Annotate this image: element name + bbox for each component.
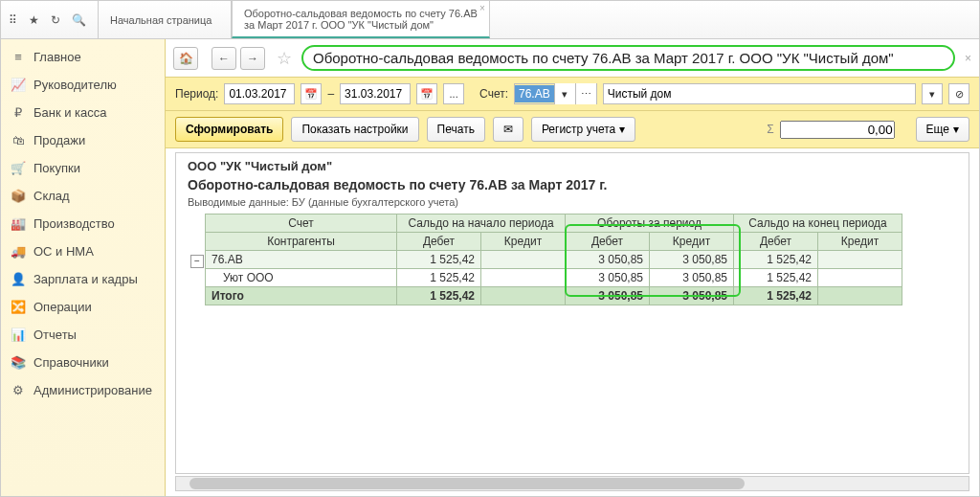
sidebar-item-label: ОС и НМА	[33, 244, 94, 259]
col-sub: Контрагенты	[206, 233, 397, 251]
register-button[interactable]: Регистр учета ▾	[531, 117, 635, 142]
sidebar: ≡Главное 📈Руководителю ₽Банк и касса 🛍Пр…	[1, 39, 166, 497]
report-table: Счет Сальдо на начало периода Обороты за…	[205, 214, 902, 305]
cell: 1 525,42	[734, 287, 818, 305]
sidebar-item-reports[interactable]: 📊Отчеты	[1, 321, 165, 349]
history-icon[interactable]: ↻	[51, 13, 60, 27]
org-clear-button[interactable]: ⊘	[948, 83, 969, 104]
sidebar-item-label: Справочники	[33, 355, 109, 370]
sidebar-item-label: Отчеты	[33, 328, 77, 342]
cell: 3 050,85	[566, 269, 650, 287]
sidebar-item-sales[interactable]: 🛍Продажи	[1, 126, 165, 154]
report-org: ООО "УК "Чистый дом"	[180, 157, 969, 175]
back-button[interactable]: ←	[212, 47, 236, 70]
col-credit: Кредит	[650, 233, 734, 251]
print-button[interactable]: Печать	[427, 117, 485, 142]
sidebar-item-purchases[interactable]: 🛒Покупки	[1, 154, 165, 182]
cell: 1 525,42	[734, 269, 818, 287]
close-icon[interactable]: ×	[479, 3, 485, 13]
tab-label-line1: Оборотно-сальдовая ведомость по счету 76…	[244, 8, 478, 19]
sidebar-item-label: Производство	[33, 216, 115, 231]
calendar-from-button[interactable]: 📅	[301, 83, 322, 104]
more-button[interactable]: Еще ▾	[916, 117, 969, 142]
report-title: Оборотно-сальдовая ведомость по счету 76…	[180, 175, 969, 194]
gear-icon: ⚙	[11, 383, 26, 397]
sidebar-item-label: Зарплата и кадры	[33, 272, 138, 286]
show-settings-button[interactable]: Показать настройки	[291, 117, 418, 142]
email-button[interactable]: ✉	[493, 117, 523, 142]
cell	[818, 287, 902, 305]
generate-button[interactable]: Сформировать	[175, 117, 283, 142]
sidebar-item-manager[interactable]: 📈Руководителю	[1, 71, 165, 99]
cell	[481, 251, 566, 269]
truck-icon: 🚚	[11, 244, 26, 259]
forward-button[interactable]: →	[240, 47, 265, 70]
sidebar-item-payroll[interactable]: 👤Зарплата и кадры	[1, 265, 165, 293]
box-icon: 📦	[11, 189, 26, 203]
cell: 1 525,42	[734, 251, 818, 269]
close-icon[interactable]: ×	[965, 52, 971, 65]
sum-input[interactable]	[780, 121, 895, 139]
col-turn: Обороты за период	[566, 215, 734, 233]
calendar-to-button[interactable]: 📅	[416, 83, 437, 104]
table-row[interactable]: Уют ООО 1 525,42 3 050,85 3 050,85 1 525…	[206, 269, 902, 287]
factory-icon: 🏭	[11, 216, 26, 231]
search-icon[interactable]: 🔍	[72, 13, 86, 27]
sidebar-item-label: Склад	[33, 189, 70, 203]
tab-home[interactable]: Начальная страница	[98, 1, 232, 38]
bag-icon: 🛍	[11, 133, 26, 147]
sidebar-item-assets[interactable]: 🚚ОС и НМА	[1, 237, 165, 265]
cell: 1 525,42	[397, 269, 481, 287]
tab-report[interactable]: Оборотно-сальдовая ведомость по счету 76…	[232, 1, 490, 38]
sidebar-item-operations[interactable]: 🔀Операции	[1, 293, 165, 321]
scrollbar-thumb[interactable]	[189, 478, 745, 489]
chart-icon: 📈	[11, 78, 26, 92]
ruble-icon: ₽	[11, 105, 26, 120]
col-debit: Дебет	[734, 233, 818, 251]
col-debit: Дебет	[397, 233, 481, 251]
org-dropdown-button[interactable]: ▾	[922, 83, 943, 104]
cell: 3 050,85	[566, 287, 650, 305]
books-icon: 📚	[11, 355, 26, 370]
sidebar-item-admin[interactable]: ⚙Администрирование	[1, 376, 165, 404]
collapse-icon[interactable]: −	[190, 255, 204, 268]
dash: –	[327, 87, 334, 101]
organization-input[interactable]	[603, 83, 916, 104]
report-note: Выводимые данные: БУ (данные бухгалтерск…	[180, 194, 969, 214]
star-icon[interactable]: ★	[29, 13, 39, 27]
person-icon: 👤	[11, 272, 26, 286]
sidebar-item-bank[interactable]: ₽Банк и касса	[1, 99, 165, 126]
col-credit: Кредит	[818, 233, 902, 251]
horizontal-scrollbar[interactable]	[175, 476, 969, 491]
date-from-input[interactable]	[224, 83, 295, 104]
date-to-input[interactable]	[340, 83, 411, 104]
account-dropdown-button[interactable]: ▾	[554, 83, 575, 104]
sidebar-item-main[interactable]: ≡Главное	[1, 43, 165, 71]
sidebar-item-label: Продажи	[33, 133, 85, 147]
table-row[interactable]: −76.АВ 1 525,42 3 050,85 3 050,85 1 525,…	[206, 251, 902, 269]
cell-account: 76.АВ	[212, 253, 243, 266]
cart-icon: 🛒	[11, 161, 26, 175]
report-area: ООО "УК "Чистый дом" Оборотно-сальдовая …	[175, 152, 969, 474]
sidebar-item-label: Администрирование	[33, 383, 152, 397]
col-account: Счет	[206, 215, 397, 233]
account-input[interactable]: 76.АВ	[515, 85, 554, 102]
home-button[interactable]: 🏠	[173, 47, 198, 70]
col-end: Сальдо на конец периода	[734, 215, 902, 233]
cell-account: Итого	[206, 287, 397, 305]
period-picker-button[interactable]: ...	[443, 83, 464, 104]
cell: 3 050,85	[650, 269, 734, 287]
tab-label-line2: за Март 2017 г. ООО "УК "Чистый дом"	[244, 19, 478, 31]
sidebar-item-label: Банк и касса	[33, 105, 107, 120]
sidebar-item-label: Руководителю	[33, 78, 117, 92]
cell: 1 525,42	[397, 251, 481, 269]
sidebar-item-catalogs[interactable]: 📚Справочники	[1, 349, 165, 376]
account-label: Счет:	[479, 87, 508, 101]
sidebar-item-production[interactable]: 🏭Производство	[1, 210, 165, 237]
col-debit: Дебет	[566, 233, 650, 251]
account-select-button[interactable]: ⋯	[575, 83, 596, 104]
cell: 3 050,85	[650, 251, 734, 269]
sidebar-item-warehouse[interactable]: 📦Склад	[1, 182, 165, 210]
apps-icon[interactable]: ⠿	[9, 13, 17, 27]
favorite-icon[interactable]: ☆	[277, 48, 292, 69]
